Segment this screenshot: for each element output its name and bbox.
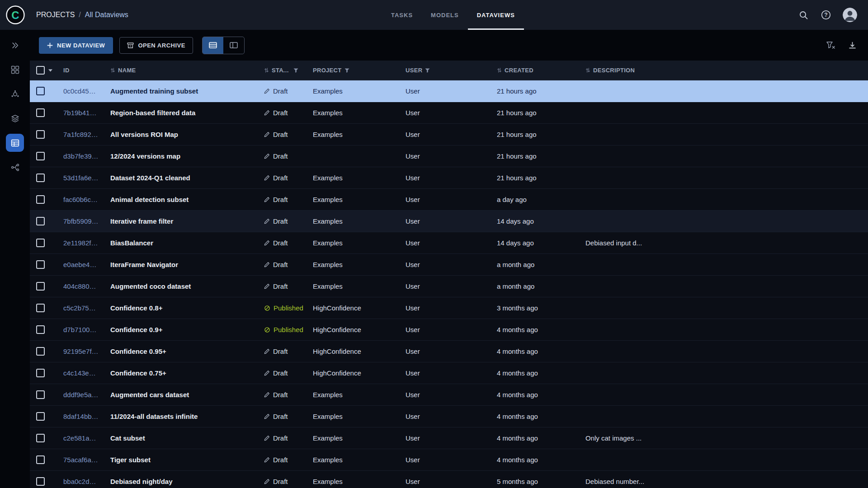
- download-icon[interactable]: [849, 42, 856, 49]
- row-name[interactable]: All versions ROI Map: [103, 131, 260, 138]
- row-name[interactable]: Confidence 0.9+: [103, 326, 260, 333]
- tab-dataviews[interactable]: DATAVIEWS: [468, 0, 524, 30]
- select-dropdown-icon[interactable]: [48, 69, 52, 72]
- table-row[interactable]: c2e581a9e...Cat subsetDraftExamplesUser4…: [30, 427, 868, 449]
- table-row[interactable]: bba0c2dcd...Debiased night/dayDraftExamp…: [30, 471, 868, 488]
- column-header-name[interactable]: NAME: [103, 67, 260, 74]
- column-header-status[interactable]: STATUS: [260, 67, 306, 74]
- row-checkbox[interactable]: [36, 434, 45, 442]
- sidebar-expand-icon[interactable]: [6, 36, 24, 54]
- help-icon[interactable]: ?: [820, 9, 832, 21]
- row-name[interactable]: Confidence 0.95+: [103, 347, 260, 355]
- column-header-description[interactable]: DESCRIPTION: [578, 67, 868, 74]
- row-name[interactable]: BiasBalancer: [103, 239, 260, 247]
- row-checkbox[interactable]: [36, 87, 45, 95]
- clear-filters-icon[interactable]: [826, 42, 835, 49]
- table-row[interactable]: 75acaf6a79...Tiger subsetDraftExamplesUs…: [30, 449, 868, 471]
- filter-funnel-icon[interactable]: [344, 68, 349, 73]
- table-row[interactable]: d7b710099...Confidence 0.9+PublishedHigh…: [30, 319, 868, 341]
- row-name[interactable]: Animal detection subset: [103, 196, 260, 203]
- row-checkbox[interactable]: [36, 282, 45, 291]
- row-name[interactable]: 11/2024-all datasets infinite: [103, 413, 260, 420]
- table-row[interactable]: 7bfb59096...Iterative frame filterDraftE…: [30, 211, 868, 232]
- row-name[interactable]: Dataset 2024-Q1 cleaned: [103, 174, 260, 182]
- tab-tasks[interactable]: TASKS: [382, 0, 422, 30]
- row-created: 4 months ago: [490, 413, 578, 420]
- row-checkbox[interactable]: [36, 108, 45, 117]
- sidebar-workers-queues-icon[interactable]: [6, 85, 24, 103]
- user-avatar[interactable]: [843, 8, 857, 22]
- row-name[interactable]: Confidence 0.75+: [103, 369, 260, 377]
- sort-icon[interactable]: [497, 67, 502, 73]
- row-name[interactable]: Debiased night/day: [103, 478, 260, 485]
- row-status: Draft: [260, 196, 306, 203]
- row-project: Examples: [306, 109, 398, 117]
- row-checkbox[interactable]: [36, 369, 45, 377]
- row-name[interactable]: Augmented cars dataset: [103, 391, 260, 399]
- row-checkbox[interactable]: [36, 304, 45, 312]
- row-checkbox[interactable]: [36, 325, 45, 334]
- table-row[interactable]: 7a1fc892c5...All versions ROI MapDraftEx…: [30, 124, 868, 145]
- row-checkbox[interactable]: [36, 239, 45, 247]
- table-row[interactable]: 404c88030...Augmented coco datasetDraftE…: [30, 276, 868, 297]
- filter-funnel-icon[interactable]: [293, 68, 298, 73]
- table-row[interactable]: d3b7fe39a...12/2024 versions mapDraftUse…: [30, 145, 868, 167]
- row-checkbox[interactable]: [36, 455, 45, 464]
- sidebar-datasets-icon[interactable]: [6, 109, 24, 127]
- open-archive-button[interactable]: OPEN ARCHIVE: [119, 37, 193, 54]
- sidebar-dataviews-icon[interactable]: [6, 134, 24, 152]
- row-name[interactable]: Cat subset: [103, 434, 260, 442]
- select-all-cell[interactable]: [30, 66, 56, 75]
- table-row[interactable]: 0c0cd450c...Augmented training subsetDra…: [30, 80, 868, 102]
- clearml-logo-icon[interactable]: C: [5, 5, 25, 25]
- sort-icon[interactable]: [585, 67, 590, 73]
- table-row[interactable]: 2e11982f9...BiasBalancerDraftExamplesUse…: [30, 232, 868, 254]
- row-checkbox[interactable]: [36, 477, 45, 486]
- sort-icon[interactable]: [110, 67, 115, 73]
- filter-funnel-icon[interactable]: [425, 68, 430, 73]
- column-header-id[interactable]: ID: [56, 67, 103, 74]
- row-name[interactable]: Augmented coco dataset: [103, 282, 260, 290]
- tab-models[interactable]: MODELS: [422, 0, 468, 30]
- column-header-user[interactable]: USER: [398, 67, 490, 74]
- row-checkbox[interactable]: [36, 174, 45, 182]
- row-user: User: [398, 369, 490, 377]
- row-checkbox[interactable]: [36, 130, 45, 139]
- row-name[interactable]: Confidence 0.8+: [103, 304, 260, 312]
- select-all-checkbox[interactable]: [36, 66, 45, 75]
- row-checkbox[interactable]: [36, 217, 45, 225]
- breadcrumb-projects-link[interactable]: PROJECTS: [36, 11, 75, 19]
- sort-icon[interactable]: [264, 67, 269, 73]
- table-row[interactable]: 92195e7f6...Confidence 0.95+DraftHighCon…: [30, 341, 868, 362]
- row-checkbox[interactable]: [36, 152, 45, 160]
- row-created: 21 hours ago: [490, 131, 578, 138]
- row-name[interactable]: Augmented training subset: [103, 87, 260, 95]
- row-checkbox[interactable]: [36, 412, 45, 421]
- column-label-status: STATUS: [272, 67, 291, 74]
- table-row[interactable]: fac60b6c4e...Animal detection subsetDraf…: [30, 189, 868, 211]
- row-name[interactable]: Region-based filtered data: [103, 109, 260, 117]
- table-row[interactable]: 53d1fa6e3...Dataset 2024-Q1 cleanedDraft…: [30, 167, 868, 189]
- row-checkbox[interactable]: [36, 195, 45, 204]
- new-dataview-button[interactable]: NEW DATAVIEW: [39, 37, 113, 54]
- row-name[interactable]: Iterative frame filter: [103, 217, 260, 225]
- column-header-project[interactable]: PROJECT: [306, 67, 398, 74]
- table-row[interactable]: c5c2b755d...Confidence 0.8+PublishedHigh…: [30, 297, 868, 319]
- row-name[interactable]: 12/2024 versions map: [103, 152, 260, 160]
- table-row[interactable]: dddf9e5a9...Augmented cars datasetDraftE…: [30, 384, 868, 406]
- sidebar-pipelines-icon[interactable]: [6, 158, 24, 176]
- row-checkbox[interactable]: [36, 260, 45, 269]
- search-icon[interactable]: [797, 9, 809, 21]
- table-row[interactable]: 7b19b4126...Region-based filtered dataDr…: [30, 102, 868, 124]
- sidebar-projects-icon[interactable]: [6, 61, 24, 79]
- row-name[interactable]: Tiger subset: [103, 456, 260, 464]
- row-checkbox[interactable]: [36, 347, 45, 356]
- table-row[interactable]: 8daf14bb7...11/2024-all datasets infinit…: [30, 406, 868, 427]
- split-view-button[interactable]: [223, 37, 244, 54]
- table-row[interactable]: e0aebe40b...IteraFrame NavigatorDraftExa…: [30, 254, 868, 276]
- table-row[interactable]: c4c143e5b...Confidence 0.75+DraftHighCon…: [30, 362, 868, 384]
- row-checkbox[interactable]: [36, 390, 45, 399]
- row-name[interactable]: IteraFrame Navigator: [103, 261, 260, 268]
- table-view-button[interactable]: [203, 37, 223, 54]
- column-header-created[interactable]: CREATED: [490, 67, 578, 74]
